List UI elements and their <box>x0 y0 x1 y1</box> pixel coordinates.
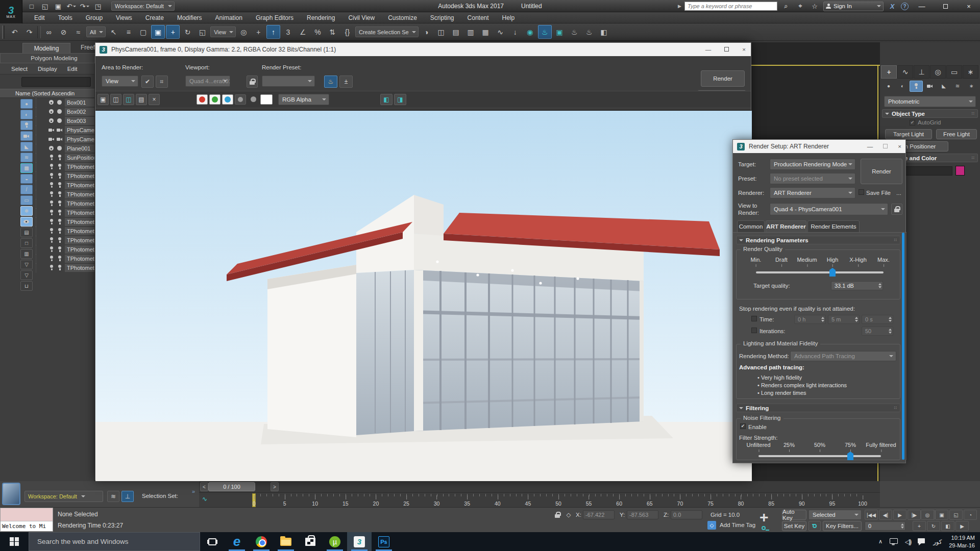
visibility-eye-icon[interactable] <box>48 182 55 188</box>
menu-item[interactable]: Animation <box>209 12 249 23</box>
autogrid-checkbox[interactable] <box>910 120 915 126</box>
start-button[interactable] <box>0 532 29 551</box>
track-bar[interactable]: ∿ 05101520253035404550556065707580859095… <box>199 492 880 507</box>
app-close-button[interactable]: × <box>959 1 979 12</box>
category-lights[interactable] <box>910 81 923 92</box>
toolbar-button-select-and-scale[interactable]: ◱ <box>195 25 209 39</box>
explorer-row[interactable]: Box002 <box>36 107 94 116</box>
explorer-menu-item[interactable]: Select <box>7 66 32 72</box>
category-helpers[interactable]: ◣ <box>937 81 950 92</box>
x-coordinate-field[interactable]: -67.422 <box>583 510 615 519</box>
explorer-filter-hidden[interactable] <box>20 217 33 227</box>
z-coordinate-field[interactable]: 0.0 <box>671 510 702 519</box>
green-channel-toggle[interactable] <box>209 94 220 105</box>
rfw-titlebar[interactable]: 3 PhysCamera001, frame 0, Display Gamma:… <box>95 43 751 56</box>
toolbar-button-use-pivot-point-center[interactable]: ◎ <box>237 25 251 39</box>
view-to-render-dropdown[interactable]: Quad 4 - PhysCamera001 <box>770 203 888 215</box>
explorer-filter-xrefs[interactable]: ◒ <box>20 174 33 184</box>
toolbar-button-select-and-move[interactable]: + <box>166 25 180 39</box>
toolbar-button-ab-compare[interactable]: ◧ <box>597 25 611 39</box>
visibility-eye-icon[interactable] <box>48 191 55 197</box>
nav-pan[interactable]: + <box>913 521 926 531</box>
dialog-titlebar[interactable]: 3 Render Setup: ART Renderer — × <box>733 140 905 153</box>
explorer-filter-blank-view[interactable]: □ <box>20 238 33 248</box>
toolbar-button-toggle-scene-explorer[interactable]: ▤ <box>449 25 463 39</box>
lock-viewport-icon[interactable] <box>247 76 258 88</box>
explorer-filter-filter[interactable]: ▽ <box>20 270 33 280</box>
search-icon[interactable]: ⌕ <box>780 2 792 11</box>
explorer-filter-bones[interactable]: / <box>20 185 33 194</box>
clone-rfw-icon[interactable]: ◫ <box>123 94 134 105</box>
favorites-star-icon[interactable]: ☆ <box>809 2 820 11</box>
dialog-scrollbar[interactable] <box>902 233 904 460</box>
menu-item[interactable]: Graph Editors <box>249 12 300 23</box>
nav-orbit[interactable]: ↻ <box>927 521 940 531</box>
quick-icon-new-file[interactable]: □ <box>26 1 38 11</box>
app-restore-button[interactable] <box>935 1 955 12</box>
layer-compare-icon[interactable]: ◧ <box>380 94 393 105</box>
auto-region-icon[interactable]: ⌗ <box>156 76 168 88</box>
toolbar-button-keyboard-shortcut-override[interactable]: ↑ <box>266 25 280 39</box>
toolbar-button-undo[interactable]: ↶ <box>8 25 21 39</box>
category-space-warps[interactable]: ≋ <box>951 81 964 92</box>
toolbar-button-select-and-rotate[interactable]: ↻ <box>181 25 194 39</box>
visibility-eye-icon[interactable] <box>48 265 55 271</box>
rfw-maximize-button[interactable] <box>724 46 729 53</box>
explorer-filter-geometry[interactable]: ● <box>20 99 33 109</box>
save-file-checkbox[interactable] <box>859 189 864 195</box>
area-to-render-dropdown[interactable]: View <box>102 76 138 87</box>
menu-item[interactable]: Customize <box>381 12 424 23</box>
explorer-row[interactable]: TPhotometri <box>36 162 94 171</box>
environment-exposure-icon[interactable]: ± <box>339 76 353 88</box>
filtering-rollout[interactable]: Filtering∷ <box>736 404 900 412</box>
toolbar-button-mirror[interactable]: ◑ <box>420 25 433 39</box>
enable-filtering-checkbox[interactable] <box>740 423 746 429</box>
toolbar-button-curve-editor[interactable]: ∿ <box>494 25 507 39</box>
menu-item[interactable]: Scripting <box>424 12 461 23</box>
red-channel-toggle[interactable] <box>197 94 208 105</box>
explorer-menu-item[interactable]: Edit <box>63 66 82 72</box>
toolbar-button-named-selection-sets[interactable]: Create Selection Se <box>355 27 419 37</box>
target-light-button[interactable]: Target Light <box>885 129 932 139</box>
visibility-eye-icon[interactable] <box>48 228 55 234</box>
time-minutes-spinner[interactable]: 5 m <box>828 315 860 324</box>
dialog-maximize-button[interactable] <box>883 143 888 149</box>
tray-expand-icon[interactable]: ∧ <box>878 538 883 545</box>
clock[interactable]: 10:19 AM 29-Mar-16 <box>949 534 978 549</box>
playback-go-to-start[interactable]: |◀◀ <box>865 510 878 520</box>
menu-item[interactable]: Edit <box>28 12 52 23</box>
current-frame-spinner[interactable]: 0 <box>865 521 905 531</box>
notifications-icon[interactable] <box>918 538 926 545</box>
time-hours-spinner[interactable]: 0 h <box>794 315 826 324</box>
rendering-parameters-rollout[interactable]: Rendering Parameters∷ <box>736 236 900 244</box>
snapshot-icon[interactable]: ◨ <box>394 94 406 105</box>
visibility-eye-icon[interactable] <box>48 246 55 253</box>
toolbar-button-render-iterative[interactable]: ♨ <box>582 25 596 39</box>
iterations-spinner[interactable]: 50 <box>862 327 893 336</box>
transform-type-icon[interactable]: ◇ <box>564 510 574 520</box>
visibility-eye-icon[interactable] <box>48 210 55 216</box>
preset-dropdown[interactable]: No preset selected <box>770 173 855 184</box>
explorer-menu-item[interactable]: Display <box>34 66 61 72</box>
menu-item[interactable]: Rendering <box>300 12 341 23</box>
rendering-method-dropdown[interactable]: Advanced Path Tracing <box>790 351 896 361</box>
target-quality-spinner[interactable]: 33.1 dB <box>831 281 883 290</box>
dialog-close-button[interactable]: × <box>898 143 901 149</box>
visibility-eye-icon[interactable] <box>48 256 55 262</box>
rfw-minimize-button[interactable]: — <box>705 46 712 53</box>
alpha-channel-toggle[interactable] <box>248 94 259 105</box>
print-image-icon[interactable]: ▤ <box>136 94 147 105</box>
communication-center-icon[interactable]: ⌖ <box>795 2 806 11</box>
create-key-button[interactable]: + <box>760 509 780 531</box>
nav-walk-through[interactable]: ▶ <box>955 521 969 531</box>
ribbon-panel-polygon-modeling[interactable]: Polygon Modeling <box>0 53 108 63</box>
visibility-eye-icon[interactable] <box>48 219 55 225</box>
taskbar-search-input[interactable] <box>29 532 200 551</box>
network-icon[interactable] <box>890 538 898 545</box>
playback-previous-frame[interactable]: ◀| <box>879 510 892 520</box>
set-key-button[interactable]: Set Key <box>782 521 806 531</box>
explorer-filter-cameras[interactable] <box>20 131 33 141</box>
toolbar-button-reference-coordinate-system[interactable]: View <box>210 27 236 37</box>
category-shapes[interactable]: ◐ <box>896 81 909 92</box>
visibility-eye-icon[interactable] <box>48 201 55 207</box>
